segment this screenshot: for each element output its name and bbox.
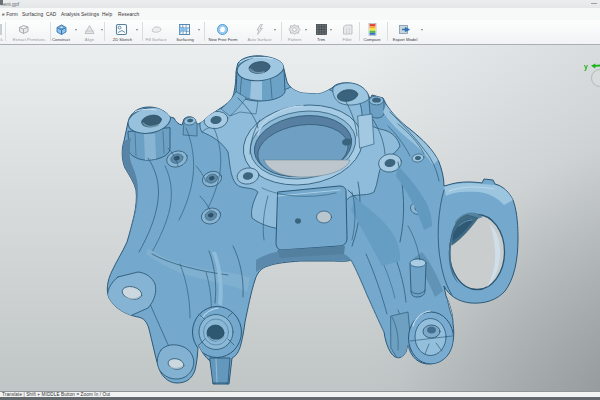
svg-text:y: y <box>584 63 588 71</box>
